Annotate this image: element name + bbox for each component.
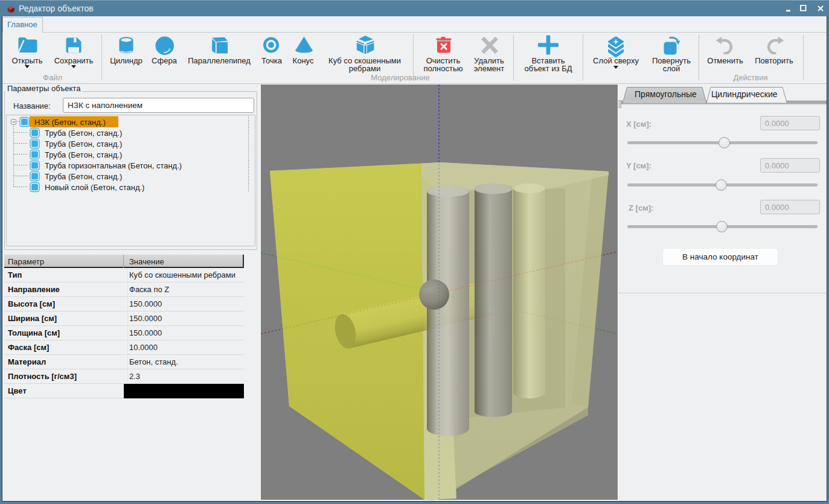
svg-text:Труба (Бетон, станд.): Труба (Бетон, станд.) <box>45 150 122 159</box>
svg-text:Труба (Бетон, станд.): Труба (Бетон, станд.) <box>45 139 122 148</box>
svg-text:Труба (Бетон, станд.): Труба (Бетон, станд.) <box>45 172 122 181</box>
svg-text:Труба горизонтальная (Бетон, с: Труба горизонтальная (Бетон, станд.) <box>45 161 182 170</box>
svg-text:НЗК (Бетон, станд.): НЗК (Бетон, станд.) <box>34 118 106 127</box>
svg-text:Труба (Бетон, станд.): Труба (Бетон, станд.) <box>45 129 122 138</box>
svg-text:Прямоугольные: Прямоугольные <box>635 89 697 99</box>
svg-text:Цилиндрические: Цилиндрические <box>711 89 778 99</box>
svg-text:Новый слой (Бетон, станд.): Новый слой (Бетон, станд.) <box>45 183 144 192</box>
